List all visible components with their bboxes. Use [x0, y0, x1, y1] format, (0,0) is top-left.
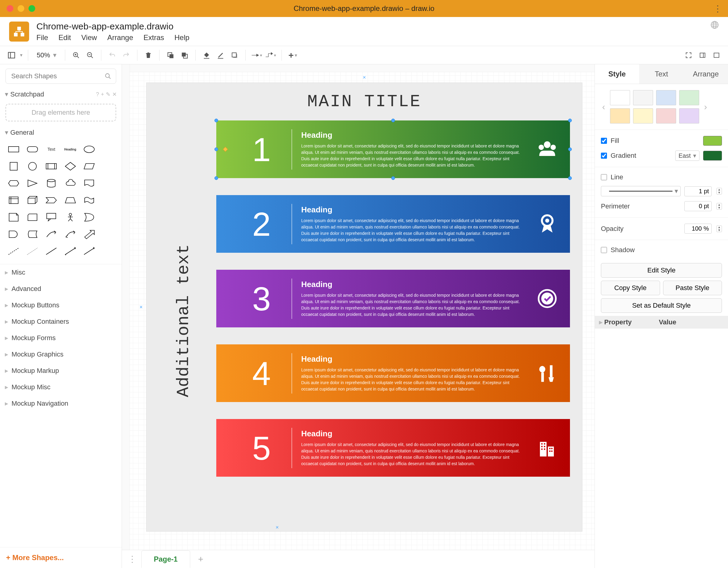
- page-tab-1[interactable]: Page-1: [141, 550, 190, 568]
- shape-card[interactable]: [24, 210, 41, 225]
- shape-document[interactable]: [81, 176, 97, 191]
- shape-curve-arrow[interactable]: [43, 227, 59, 242]
- language-globe-icon[interactable]: [710, 21, 719, 29]
- shape-trapezoid[interactable]: [62, 193, 79, 208]
- tab-text[interactable]: Text: [639, 64, 683, 84]
- close-window-button[interactable]: [7, 5, 13, 12]
- swatch-next-button[interactable]: ›: [703, 102, 708, 112]
- shape-parallelogram[interactable]: [81, 159, 97, 174]
- fill-color-button[interactable]: [201, 50, 212, 61]
- line-style-select[interactable]: [601, 186, 681, 196]
- tab-style[interactable]: Style: [595, 64, 639, 84]
- tab-arrange[interactable]: Arrange: [684, 64, 728, 84]
- zoom-picker[interactable]: 50%▾: [34, 51, 59, 59]
- category-misc[interactable]: ▸Misc: [0, 264, 122, 281]
- shape-dashed-line[interactable]: [5, 244, 22, 259]
- main-title[interactable]: MAIN TITLE: [147, 83, 582, 120]
- shape-triangle[interactable]: [24, 176, 41, 191]
- help-icon[interactable]: ?: [96, 91, 99, 98]
- maximize-window-button[interactable]: [29, 5, 35, 12]
- line-color-button[interactable]: [215, 50, 226, 61]
- shape-and[interactable]: [5, 227, 22, 242]
- style-swatch-5[interactable]: [633, 108, 653, 123]
- opacity-stepper[interactable]: ▲▼: [716, 225, 722, 232]
- menu-arrange[interactable]: Arrange: [107, 33, 133, 42]
- shadow-button[interactable]: [229, 50, 240, 61]
- shape-ellipse[interactable]: [81, 142, 97, 157]
- gradient-color-swatch[interactable]: [703, 151, 722, 161]
- style-swatch-0[interactable]: [610, 90, 630, 105]
- fullscreen-button[interactable]: [683, 50, 694, 61]
- canvas[interactable]: MAIN TITLE Additional text 1 Heading Lor…: [122, 64, 595, 550]
- titlebar-menu-icon[interactable]: ⋮: [713, 4, 722, 14]
- more-shapes-button[interactable]: + More Shapes...: [6, 553, 64, 562]
- shape-text[interactable]: Text: [43, 142, 59, 157]
- shape-rect[interactable]: [5, 142, 22, 157]
- menu-view[interactable]: View: [81, 33, 97, 42]
- shape-line[interactable]: [43, 244, 59, 259]
- banner-1[interactable]: 1 Heading Lorem ipsum dolor sit amet, co…: [216, 120, 570, 178]
- redo-button[interactable]: [121, 50, 132, 61]
- shape-arrow-line[interactable]: [81, 244, 97, 259]
- shape-blank3[interactable]: [100, 176, 116, 191]
- style-swatch-2[interactable]: [656, 90, 676, 105]
- shape-process[interactable]: [43, 159, 59, 174]
- shape-data-storage[interactable]: [24, 227, 41, 242]
- shape-tape[interactable]: [81, 193, 97, 208]
- undo-button[interactable]: [107, 50, 118, 61]
- shape-cylinder[interactable]: [43, 176, 59, 191]
- opacity-input[interactable]: [684, 224, 712, 234]
- delete-button[interactable]: [143, 50, 154, 61]
- fill-checkbox[interactable]: [601, 138, 607, 144]
- category-mockup-forms[interactable]: ▸Mockup Forms: [0, 330, 122, 346]
- connection-button[interactable]: ▾: [251, 50, 262, 61]
- category-mockup-navigation[interactable]: ▸Mockup Navigation: [0, 395, 122, 412]
- banner-5[interactable]: 5 Heading Lorem ipsum dolor sit amet, co…: [216, 419, 570, 477]
- category-mockup-containers[interactable]: ▸Mockup Containers: [0, 313, 122, 330]
- shape-round-rect[interactable]: [24, 142, 41, 157]
- style-swatch-6[interactable]: [656, 108, 676, 123]
- shape-blank5[interactable]: [100, 210, 116, 225]
- minimize-window-button[interactable]: [18, 5, 24, 12]
- menu-edit[interactable]: Edit: [59, 33, 71, 42]
- menu-file[interactable]: File: [36, 33, 48, 42]
- banner-2[interactable]: 2 Heading Lorem ipsum dolor sit amet, co…: [216, 195, 570, 253]
- swatch-prev-button[interactable]: ‹: [601, 102, 606, 112]
- category-advanced[interactable]: ▸Advanced: [0, 281, 122, 297]
- perimeter-input[interactable]: [684, 201, 712, 211]
- format-toggle-button[interactable]: [697, 50, 708, 61]
- sidebar-toggle-button[interactable]: [6, 50, 17, 61]
- line-checkbox[interactable]: [601, 174, 607, 180]
- menu-extras[interactable]: Extras: [143, 33, 164, 42]
- category-mockup-buttons[interactable]: ▸Mockup Buttons: [0, 297, 122, 313]
- shape-callout[interactable]: [43, 210, 59, 225]
- zoom-in-button[interactable]: [71, 50, 82, 61]
- shape-bidir-arrow[interactable]: [62, 244, 79, 259]
- shape-blank7[interactable]: [100, 244, 116, 259]
- waypoint-button[interactable]: ▾: [265, 50, 276, 61]
- edit-scratch-icon[interactable]: ✎: [106, 91, 110, 98]
- style-swatch-7[interactable]: [679, 108, 699, 123]
- fill-color-swatch[interactable]: [703, 136, 722, 146]
- page-menu-button[interactable]: ⋮: [126, 553, 138, 565]
- shape-blank6[interactable]: [100, 227, 116, 242]
- shape-bi-curve-arrow[interactable]: [62, 227, 79, 242]
- edit-style-button[interactable]: Edit Style: [601, 263, 722, 278]
- insert-button[interactable]: +▾: [287, 50, 298, 61]
- copy-style-button[interactable]: Copy Style: [601, 281, 660, 295]
- shape-actor[interactable]: [62, 210, 79, 225]
- shape-dotted-line[interactable]: [24, 244, 41, 259]
- category-mockup-misc[interactable]: ▸Mockup Misc: [0, 379, 122, 395]
- shape-heading[interactable]: Heading: [62, 142, 79, 157]
- zoom-out-button[interactable]: [85, 50, 96, 61]
- gradient-direction-select[interactable]: East ▾: [675, 150, 699, 161]
- shape-cloud[interactable]: [62, 176, 79, 191]
- shape-internal-storage[interactable]: [5, 193, 22, 208]
- style-swatch-3[interactable]: [679, 90, 699, 105]
- outline-toggle-button[interactable]: [711, 50, 722, 61]
- page-surface[interactable]: MAIN TITLE Additional text 1 Heading Lor…: [146, 83, 582, 532]
- paste-style-button[interactable]: Paste Style: [663, 281, 722, 295]
- shape-cube[interactable]: [24, 193, 41, 208]
- category-mockup-markup[interactable]: ▸Mockup Markup: [0, 363, 122, 379]
- shape-diamond[interactable]: [62, 159, 79, 174]
